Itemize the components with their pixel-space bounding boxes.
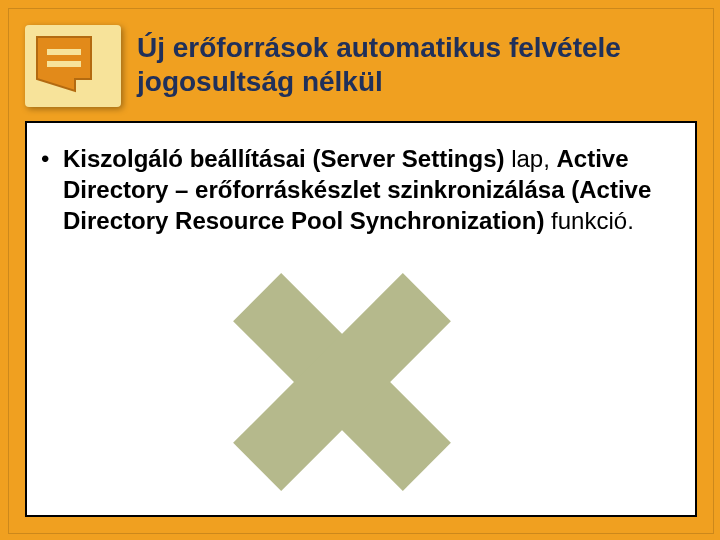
bullet-item: Kiszolgáló beállításai (Server Settings)… bbox=[63, 143, 675, 237]
bullet-text-1: lap, bbox=[504, 145, 556, 172]
svg-rect-2 bbox=[47, 61, 81, 67]
slide-logo-icon bbox=[25, 25, 121, 107]
slide: Új erőforrások automatikus felvétele jog… bbox=[8, 8, 714, 534]
bullet-bold-1: Kiszolgáló beállításai (Server Settings) bbox=[63, 145, 504, 172]
missing-image-placeholder-icon bbox=[237, 287, 447, 477]
content-box: Kiszolgáló beállításai (Server Settings)… bbox=[25, 121, 697, 517]
svg-rect-1 bbox=[47, 49, 81, 55]
bullet-text-2: funkció. bbox=[544, 207, 633, 234]
slide-title: Új erőforrások automatikus felvétele jog… bbox=[137, 31, 697, 99]
